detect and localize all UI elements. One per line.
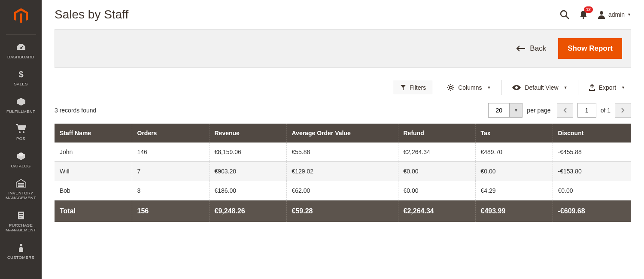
- col-aov[interactable]: Average Order Value: [286, 124, 398, 143]
- toolbar-separator: [501, 80, 501, 95]
- prev-page-button[interactable]: [557, 103, 573, 118]
- cell-orders: 146: [132, 143, 209, 162]
- cart-icon: [16, 123, 26, 134]
- cell-refund: €2,264.34: [398, 143, 475, 162]
- cell-discount: €0.00: [553, 181, 631, 200]
- user-icon: [597, 10, 606, 19]
- svg-line-15: [566, 16, 569, 19]
- box-icon: [16, 96, 26, 107]
- cell-revenue: €903.20: [209, 162, 286, 181]
- of-pages-label: of 1: [601, 107, 611, 114]
- cell-discount: -€153.80: [553, 162, 631, 181]
- grid-controls: 3 records found ▼ per page of 1: [55, 103, 631, 118]
- person-icon: [18, 242, 24, 253]
- svg-point-19: [450, 86, 452, 89]
- sidebar-item-label: PURCHASE MANAGEMENT: [2, 223, 40, 233]
- search-icon: [559, 9, 570, 20]
- cell-tax: €489.70: [475, 143, 553, 162]
- svg-point-17: [600, 11, 603, 15]
- total-tax: €493.99: [475, 200, 553, 222]
- magento-logo[interactable]: [10, 5, 32, 27]
- clipboard-icon: [17, 210, 25, 221]
- table-header-row: Staff Name Orders Revenue Average Order …: [55, 124, 631, 143]
- per-page-input[interactable]: [489, 103, 509, 117]
- export-label: Export: [599, 84, 616, 91]
- chevron-down-icon: ▼: [564, 85, 568, 90]
- svg-rect-6: [18, 183, 24, 187]
- sidebar-item-customers[interactable]: CUSTOMERS: [0, 237, 42, 264]
- columns-button[interactable]: Columns ▼: [441, 80, 497, 95]
- per-page-select[interactable]: ▼: [488, 103, 522, 118]
- notifications-button[interactable]: 12: [579, 10, 588, 19]
- sidebar-item-label: FULFILLMENT: [6, 109, 35, 114]
- col-orders[interactable]: Orders: [132, 124, 209, 143]
- cell-refund: €0.00: [398, 162, 475, 181]
- chevron-down-icon: ▼: [487, 85, 491, 90]
- cell-revenue: €186.00: [209, 181, 286, 200]
- chevron-down-icon[interactable]: ▼: [509, 103, 522, 117]
- col-discount[interactable]: Discount: [553, 124, 631, 143]
- svg-rect-10: [19, 213, 23, 214]
- table-row[interactable]: John 146 €8,159.06 €55.88 €2,264.34 €489…: [55, 143, 631, 162]
- export-button[interactable]: Export ▼: [583, 81, 631, 94]
- cell-tax: €4.29: [475, 181, 553, 200]
- svg-point-4: [19, 131, 21, 133]
- back-button[interactable]: Back: [516, 44, 546, 53]
- cell-tax: €0.00: [475, 162, 553, 181]
- search-button[interactable]: [559, 9, 570, 20]
- sidebar-item-dashboard[interactable]: DASHBOARD: [0, 36, 42, 64]
- back-label: Back: [530, 44, 546, 53]
- sidebar-item-inventory[interactable]: INVENTORY MANAGEMENT: [0, 173, 42, 205]
- cell-orders: 3: [132, 181, 209, 200]
- show-report-button[interactable]: Show Report: [558, 38, 622, 59]
- cell-aov: €129.02: [286, 162, 398, 181]
- view-button[interactable]: Default View ▼: [506, 81, 573, 94]
- svg-rect-3: [18, 125, 25, 129]
- grid-toolbar: Filters Columns ▼ Default View ▼ Export …: [55, 80, 631, 95]
- export-icon: [589, 84, 595, 91]
- sidebar-item-label: DASHBOARD: [7, 55, 34, 59]
- svg-point-14: [561, 11, 567, 17]
- sidebar-item-sales[interactable]: $ SALES: [0, 64, 42, 91]
- cell-aov: €62.00: [286, 181, 398, 200]
- svg-point-13: [20, 244, 22, 246]
- table-row[interactable]: Will 7 €903.20 €129.02 €0.00 €0.00 -€153…: [55, 162, 631, 181]
- total-revenue: €9,248.26: [209, 200, 286, 222]
- dollar-icon: $: [18, 69, 24, 80]
- svg-point-16: [583, 17, 584, 19]
- cell-staff-name: Will: [55, 162, 132, 181]
- funnel-icon: [400, 85, 406, 91]
- sidebar-item-label: SALES: [14, 82, 27, 86]
- page-input[interactable]: [577, 103, 596, 118]
- chevron-right-icon: [621, 108, 625, 113]
- svg-rect-12: [19, 217, 21, 218]
- cell-staff-name: John: [55, 143, 132, 162]
- filters-button[interactable]: Filters: [393, 80, 433, 95]
- notification-badge: 12: [584, 6, 593, 13]
- sidebar-item-label: INVENTORY MANAGEMENT: [2, 191, 40, 200]
- total-refund: €2,264.34: [398, 200, 475, 222]
- user-menu[interactable]: admin ▼: [597, 10, 631, 19]
- cell-refund: €0.00: [398, 181, 475, 200]
- sidebar-item-label: CUSTOMERS: [7, 255, 34, 260]
- sidebar-item-purchase[interactable]: PURCHASE MANAGEMENT: [0, 205, 42, 237]
- toolbar-separator: [578, 80, 578, 95]
- col-staff-name[interactable]: Staff Name: [55, 124, 132, 143]
- gear-icon: [447, 84, 455, 91]
- svg-point-5: [23, 131, 24, 133]
- sidebar-item-label: POS: [16, 136, 25, 141]
- col-revenue[interactable]: Revenue: [209, 124, 286, 143]
- sidebar-separator: [6, 34, 36, 35]
- view-label: Default View: [525, 84, 558, 91]
- table-total-row: Total 156 €9,248.26 €59.28 €2,264.34 €49…: [55, 200, 631, 222]
- next-page-button[interactable]: [615, 103, 631, 118]
- sidebar-item-pos[interactable]: POS: [0, 118, 42, 145]
- col-refund[interactable]: Refund: [398, 124, 475, 143]
- sidebar: DASHBOARD $ SALES FULFILLMENT POS CATALO…: [0, 0, 42, 279]
- sidebar-item-fulfillment[interactable]: FULFILLMENT: [0, 91, 42, 118]
- total-orders: 156: [132, 200, 209, 222]
- col-tax[interactable]: Tax: [475, 124, 553, 143]
- table-row[interactable]: Bob 3 €186.00 €62.00 €0.00 €4.29 €0.00: [55, 181, 631, 200]
- sidebar-item-catalog[interactable]: CATALOG: [0, 146, 42, 173]
- gauge-icon: [16, 42, 26, 53]
